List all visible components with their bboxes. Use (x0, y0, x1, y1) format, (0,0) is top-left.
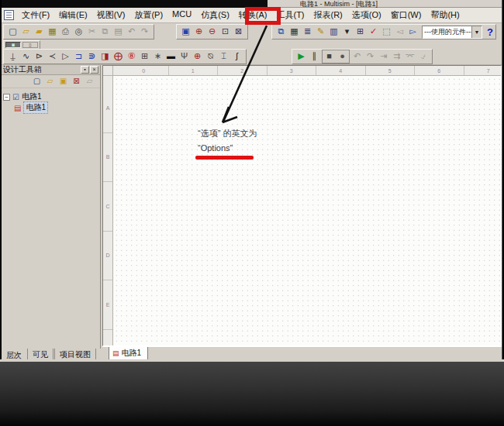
tree-expander-icon[interactable]: − (3, 94, 10, 101)
diode-component-icon[interactable]: ⊳ (33, 50, 46, 63)
sheet-tab-label: 电路1 (122, 348, 142, 359)
tree-root-row[interactable]: − ☑ 电路1 (3, 91, 98, 102)
help-button[interactable]: ? (487, 26, 493, 38)
in-use-list-dropdown[interactable]: ---使用的元件--- ▼ (422, 26, 482, 39)
stop-simulation-icon[interactable]: ■ (323, 50, 336, 63)
copy-icon: ⧉ (98, 26, 112, 38)
schematic-sheet-icon: ▤ (14, 104, 21, 112)
panel-close-button[interactable]: × (90, 66, 98, 74)
paste-icon: ▤ (112, 26, 125, 38)
print-icon[interactable]: ⎙ (59, 26, 72, 38)
horizontal-ruler: 01234567 (113, 66, 501, 76)
menu-view[interactable]: 视图(V) (92, 8, 130, 22)
pause-simulation-icon[interactable]: ∥ (308, 50, 321, 63)
document-icon (4, 10, 14, 20)
database-manager-icon[interactable]: ≣ (301, 26, 314, 38)
panel-pin-button[interactable]: ▪ (81, 66, 89, 74)
menu-simulate[interactable]: 仿真(S) (196, 8, 234, 22)
standard-toolbar: ▢▱▰▦⎙◎✂⧉▤↶↷ ▣⊕⊖⊡⊠ ⧉▦≣✎▥▾⊞✓⬚◅▻ ---使用的元件--… (2, 23, 502, 40)
misc-digital-component-icon[interactable]: ◨ (98, 50, 112, 63)
ni-component-icon[interactable]: ⍉ (204, 50, 217, 63)
ttl-component-icon[interactable]: ⊐ (72, 50, 85, 63)
menu-bar: 文件(F)编辑(E)视图(V)放置(P)MCU仿真(S)转换(A)工具(T)报表… (2, 8, 502, 23)
tree-child-label[interactable]: 电路1 (23, 101, 48, 114)
spreadsheet-view-icon[interactable]: ▦ (288, 26, 301, 38)
menu-options[interactable]: 选项(O) (347, 8, 386, 22)
toolbox-close-icon[interactable]: ⊠ (71, 76, 82, 87)
menu-help[interactable]: 帮助(H) (426, 8, 464, 22)
electromechanical-icon[interactable]: ⊕ (191, 50, 204, 63)
zoom-fit-icon[interactable]: ⊠ (232, 26, 245, 38)
zoom-area-icon[interactable]: ⊡ (219, 26, 232, 38)
design-toolbox-panel: 设计工具箱 ▪ × ▢▱▣⊠▱ − ☑ 电路1 ▤ 电路1 (2, 65, 101, 349)
cmos-component-icon[interactable]: ⋑ (85, 50, 98, 63)
desktop-background (0, 362, 504, 426)
analog-component-icon[interactable]: ▷ (59, 50, 72, 63)
run-simulation-icon[interactable]: ▶ (295, 50, 308, 63)
forward-annotate-icon[interactable]: ▻ (406, 26, 419, 38)
design-toolbox-icon[interactable]: ⧉ (274, 26, 288, 38)
mcu-module-icon[interactable]: ʃ (230, 50, 243, 63)
save-icon[interactable]: ▦ (46, 26, 59, 38)
postprocessor-icon[interactable]: ⊞ (354, 26, 367, 38)
ruler-corner (103, 66, 113, 76)
grapher-icon[interactable]: ▥ (327, 26, 340, 38)
menu-place[interactable]: 放置(P) (129, 8, 167, 22)
erc-check-icon[interactable]: ✓ (367, 26, 380, 38)
title-bar: 电路1 - Multisim - [电路1] (2, 0, 502, 8)
advanced-peripherals-icon[interactable]: ▬ (164, 50, 178, 63)
fullscreen-icon[interactable]: ▣ (179, 26, 192, 38)
schematic-sheet-icon: ▤ (112, 349, 119, 357)
print-preview-icon[interactable]: ◎ (72, 26, 85, 38)
menu-file[interactable]: 文件(F) (17, 8, 54, 22)
schematic-canvas-window: 01234567 ABCDE (102, 65, 502, 346)
menu-reports[interactable]: 报表(R) (309, 8, 347, 22)
power-component-icon[interactable]: ⊞ (138, 50, 151, 63)
circuit-root-icon: ☑ (12, 93, 19, 101)
main-area: 设计工具箱 ▪ × ▢▱▣⊠▱ − ☑ 电路1 ▤ 电路1 层次可见 (2, 65, 502, 362)
record-icon[interactable]: ● (336, 50, 349, 63)
basic-component-icon[interactable]: ∿ (19, 50, 33, 63)
source-component-icon[interactable]: ⍊ (6, 50, 19, 63)
toolbox-extra-icon: ▱ (84, 76, 95, 87)
menu-transfer[interactable]: 转换(A) (234, 8, 272, 22)
vertical-ruler: ABCDE (103, 76, 113, 345)
component-toolbar: ⍊∿⊳≺▷⊐⋑◨⨁⑧⊞∗▬Ψ⊕⍉⌶ʃ ▶∥ ■● ↶↷⇥⇉⌤⍻ (2, 49, 502, 65)
toolbox-save-icon[interactable]: ▣ (57, 76, 69, 87)
window-title: 电路1 - Multisim - [电路1] (300, 0, 378, 8)
menu-tools[interactable]: 工具(T) (271, 8, 309, 22)
misc-component-icon[interactable]: ∗ (151, 50, 164, 63)
sheet-tab-row: ▤ 电路1 (102, 346, 502, 359)
tree-child-row[interactable]: ▤ 电路1 (3, 102, 98, 113)
main-toolbar-group: ⧉▦≣✎▥▾⊞✓⬚◅▻ ---使用的元件--- ▼ ? (271, 24, 496, 40)
schematic-grid[interactable] (114, 77, 501, 345)
menu-edit[interactable]: 编辑(E) (54, 8, 92, 22)
toolbox-open-icon[interactable]: ▱ (44, 76, 56, 87)
indicator-component-icon[interactable]: ⑧ (125, 50, 138, 63)
create-component-icon[interactable]: ✎ (314, 26, 327, 38)
zoom-out-icon[interactable]: ⊖ (205, 26, 219, 38)
step-out-icon: ⇥ (377, 50, 390, 63)
step-into-icon: ↶ (350, 50, 364, 63)
grapher-dropdown-icon[interactable]: ▾ (340, 26, 354, 38)
new-file-icon[interactable]: ▢ (6, 26, 19, 38)
transistor-component-icon[interactable]: ≺ (46, 50, 59, 63)
remove-breakpoint-icon: ⍻ (416, 50, 430, 63)
menu-mcu[interactable]: MCU (167, 8, 196, 22)
capture-area-icon[interactable]: ⬚ (380, 26, 393, 38)
rf-component-icon[interactable]: Ψ (178, 50, 191, 63)
tree-root-label[interactable]: 电路1 (22, 91, 42, 102)
zoom-in-icon[interactable]: ⊕ (192, 26, 205, 38)
mixed-component-icon[interactable]: ⨁ (112, 50, 125, 63)
mini-toggle-1-icon[interactable]: ◙ (5, 42, 21, 48)
design-toolbox-titlebar: 设计工具箱 ▪ × (2, 65, 100, 75)
menu-window[interactable]: 窗口(W) (386, 8, 426, 22)
toolbox-new-icon[interactable]: ▢ (31, 76, 43, 87)
connector-icon[interactable]: ⌶ (217, 50, 230, 63)
open-sample-icon[interactable]: ▰ (33, 26, 46, 38)
back-annotate-icon: ◅ (393, 26, 406, 38)
mini-toggle-2-icon[interactable]: ▯ (22, 42, 38, 48)
open-file-icon[interactable]: ▱ (19, 26, 33, 38)
chevron-down-icon[interactable]: ▼ (471, 26, 482, 38)
design-tree: − ☑ 电路1 ▤ 电路1 (2, 88, 100, 116)
